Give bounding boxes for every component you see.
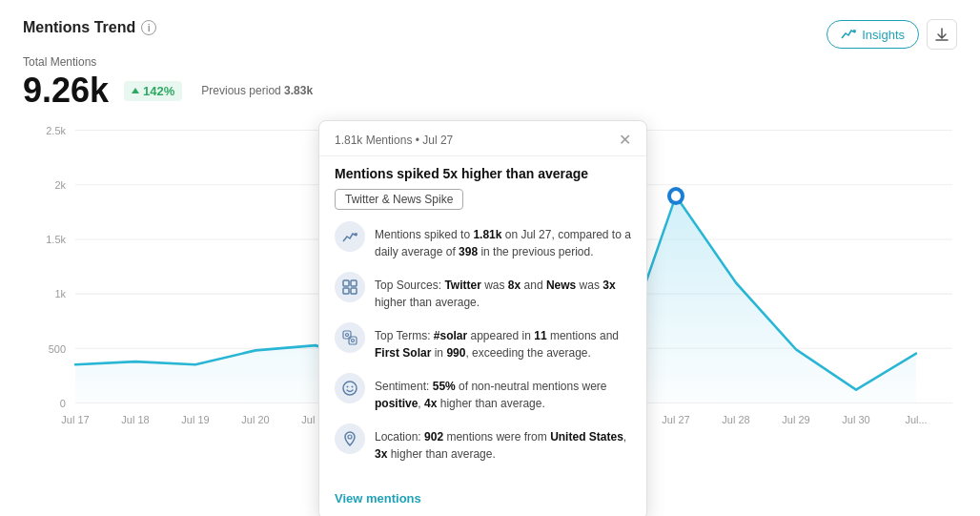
svg-point-33 bbox=[352, 340, 355, 342]
trend-icon bbox=[335, 221, 365, 252]
svg-text:1k: 1k bbox=[54, 288, 66, 299]
svg-rect-30 bbox=[351, 288, 357, 294]
svg-text:1.5k: 1.5k bbox=[46, 234, 66, 245]
svg-text:500: 500 bbox=[49, 342, 66, 354]
svg-text:2k: 2k bbox=[54, 179, 66, 191]
chart-area: 0 500 1k 1.5k 2k 2.5k Jul 17 Jul 18 bbox=[23, 120, 957, 464]
svg-text:Jul 17: Jul 17 bbox=[61, 413, 89, 424]
svg-text:Jul 27: Jul 27 bbox=[662, 413, 689, 424]
svg-point-37 bbox=[352, 386, 354, 388]
popup-item-text-sources: Top Sources: Twitter was 8x and News was… bbox=[375, 272, 631, 311]
header-actions: Insights bbox=[827, 19, 957, 50]
grid-icon bbox=[335, 272, 365, 302]
change-badge: 142% bbox=[124, 81, 182, 101]
header-row: Mentions Trend i Insights bbox=[23, 19, 957, 50]
tags-icon bbox=[335, 322, 365, 353]
metrics-row: 9.26k 142% Previous period 3.83k bbox=[23, 71, 957, 111]
svg-rect-27 bbox=[343, 280, 349, 286]
svg-text:0: 0 bbox=[60, 397, 66, 408]
total-label: Total Mentions bbox=[23, 55, 957, 69]
svg-text:Jul 18: Jul 18 bbox=[121, 413, 149, 424]
main-container: Mentions Trend i Insights Total Mentions bbox=[0, 0, 980, 516]
view-mentions-link[interactable]: View mentions bbox=[319, 484, 646, 516]
popup-item-text-sentiment: Sentiment: 55% of non-neutral mentions w… bbox=[375, 373, 631, 412]
popup-tag: Twitter & News Spike bbox=[335, 189, 463, 210]
svg-text:Jul...: Jul... bbox=[905, 413, 927, 424]
big-number: 9.26k bbox=[23, 71, 109, 111]
popup-item-location: Location: 902 mentions were from United … bbox=[335, 423, 631, 463]
metrics-area: Total Mentions 9.26k 142% Previous perio… bbox=[23, 55, 957, 111]
popup-item-sentiment: Sentiment: 55% of non-neutral mentions w… bbox=[335, 373, 631, 412]
svg-point-36 bbox=[347, 386, 349, 388]
svg-rect-29 bbox=[343, 288, 349, 294]
popup-title: Mentions spiked 5x higher than average bbox=[319, 156, 646, 189]
popup-close-button[interactable]: ✕ bbox=[619, 133, 631, 148]
svg-text:Jul 30: Jul 30 bbox=[842, 413, 869, 424]
svg-text:Jul 19: Jul 19 bbox=[181, 413, 209, 424]
location-icon bbox=[335, 423, 365, 454]
popup-item-text-location: Location: 902 mentions were from United … bbox=[375, 423, 631, 463]
insights-button[interactable]: Insights bbox=[827, 20, 919, 49]
popup-item-terms: Top Terms: #solar appeared in 11 mention… bbox=[335, 322, 631, 361]
arrow-up-icon bbox=[132, 88, 139, 93]
svg-point-38 bbox=[348, 435, 352, 439]
popup-item-sources: Top Sources: Twitter was 8x and News was… bbox=[335, 272, 631, 311]
svg-rect-28 bbox=[351, 280, 357, 286]
svg-text:Jul 28: Jul 28 bbox=[722, 413, 749, 424]
svg-text:2.5k: 2.5k bbox=[46, 125, 66, 136]
spike-dot-inner bbox=[671, 191, 681, 201]
svg-point-35 bbox=[343, 382, 357, 395]
download-icon bbox=[934, 27, 949, 42]
change-pct: 142% bbox=[143, 84, 174, 98]
prev-period: Previous period 3.83k bbox=[201, 84, 313, 97]
svg-point-31 bbox=[346, 334, 349, 337]
popup-meta: 1.81k Mentions • Jul 27 bbox=[335, 134, 453, 147]
info-icon[interactable]: i bbox=[141, 20, 156, 35]
insights-label: Insights bbox=[862, 28, 905, 42]
svg-text:Jul 20: Jul 20 bbox=[241, 413, 269, 424]
smile-icon bbox=[335, 373, 365, 403]
popup-item-text-terms: Top Terms: #solar appeared in 11 mention… bbox=[375, 322, 631, 361]
popup-header: 1.81k Mentions • Jul 27 ✕ bbox=[319, 121, 646, 156]
insights-icon bbox=[841, 27, 856, 42]
popup: 1.81k Mentions • Jul 27 ✕ Mentions spike… bbox=[318, 120, 647, 516]
popup-item-text-trend: Mentions spiked to 1.81k on Jul 27, comp… bbox=[375, 221, 631, 260]
popup-items: Mentions spiked to 1.81k on Jul 27, comp… bbox=[319, 221, 646, 484]
download-button[interactable] bbox=[927, 19, 957, 50]
chart-title: Mentions Trend i bbox=[23, 19, 156, 36]
prev-value: 3.83k bbox=[284, 84, 313, 97]
popup-item-trend: Mentions spiked to 1.81k on Jul 27, comp… bbox=[335, 221, 631, 260]
svg-text:Jul 29: Jul 29 bbox=[782, 413, 809, 424]
chart-title-text: Mentions Trend bbox=[23, 19, 135, 36]
